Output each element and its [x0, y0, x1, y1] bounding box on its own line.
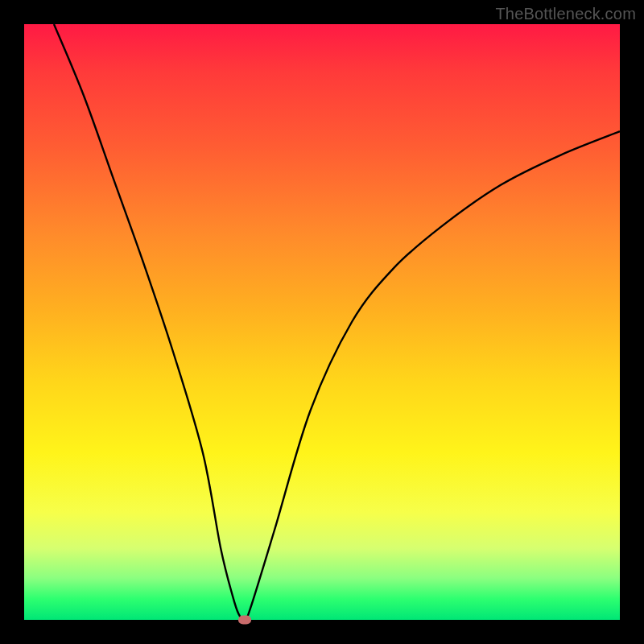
watermark-text: TheBottleneck.com [495, 5, 636, 23]
minimum-marker [238, 616, 251, 625]
chart-frame: TheBottleneck.com [0, 0, 644, 644]
chart-curve [24, 24, 620, 620]
plot-area [24, 24, 620, 620]
